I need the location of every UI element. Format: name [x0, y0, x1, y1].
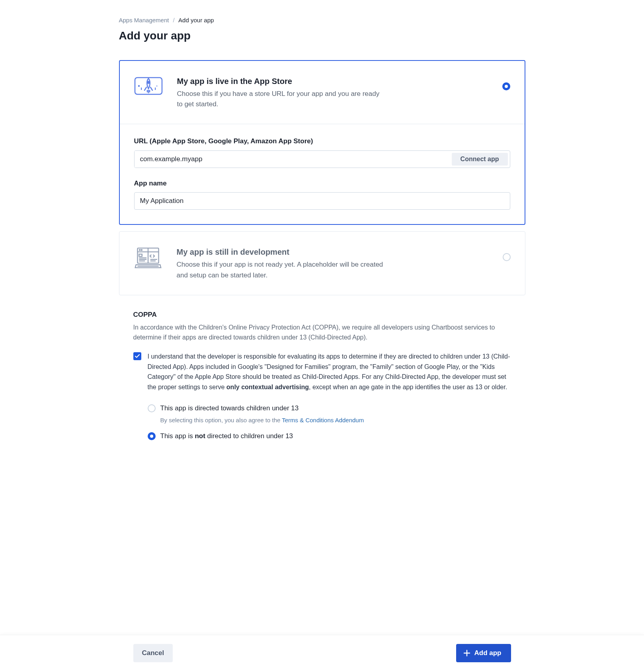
- option-desc-live: Choose this if you have a store URL for …: [177, 89, 384, 110]
- coppa-radio-not-label: This app is not directed to children und…: [160, 431, 293, 441]
- svg-rect-13: [139, 254, 142, 257]
- breadcrumb-separator: /: [173, 17, 175, 23]
- option-radio-live[interactable]: [502, 82, 510, 90]
- svg-point-2: [138, 85, 139, 86]
- coppa-intro: In accordance with the Children's Online…: [133, 323, 511, 343]
- svg-rect-3: [141, 88, 142, 90]
- option-card-dev[interactable]: My app is still in development Choose th…: [119, 231, 525, 295]
- svg-point-1: [147, 81, 149, 83]
- url-input[interactable]: [135, 151, 450, 168]
- option-card-live[interactable]: My app is live in the App Store Choose t…: [119, 60, 525, 225]
- rocket-icon: [134, 75, 163, 95]
- svg-rect-4: [155, 88, 156, 90]
- url-label: URL (Apple App Store, Google Play, Amazo…: [134, 136, 510, 146]
- svg-rect-5: [156, 86, 157, 86]
- option-header-live[interactable]: My app is live in the App Store Choose t…: [120, 61, 525, 125]
- app-name-label: App name: [134, 178, 510, 189]
- connect-app-button[interactable]: Connect app: [452, 153, 508, 166]
- coppa-section: COPPA In accordance with the Children's …: [119, 310, 525, 441]
- option-desc-dev: Choose this if your app is not ready yet…: [177, 259, 384, 281]
- svg-point-9: [139, 250, 140, 250]
- option-title-live: My app is live in the App Store: [177, 75, 476, 87]
- page-title: Add your app: [119, 27, 525, 44]
- option-header-dev[interactable]: My app is still in development Choose th…: [119, 232, 525, 295]
- coppa-radio-directed[interactable]: This app is directed towards children un…: [148, 403, 511, 414]
- coppa-radio-not-directed[interactable]: This app is not directed to children und…: [148, 431, 511, 441]
- coppa-radio-directed-label: This app is directed towards children un…: [160, 403, 299, 414]
- terms-addendum-link[interactable]: Terms & Conditions Addendum: [282, 417, 364, 423]
- option-title-dev: My app is still in development: [177, 246, 476, 258]
- coppa-ack-text: I understand that the developer is respo…: [148, 351, 511, 392]
- option-radio-dev[interactable]: [503, 253, 511, 261]
- app-name-input[interactable]: [134, 192, 510, 210]
- coppa-radio-directed-sub: By selecting this option, you also agree…: [160, 416, 511, 425]
- coppa-title: COPPA: [133, 310, 511, 320]
- laptop-code-icon: [134, 246, 162, 271]
- check-icon: [135, 354, 140, 358]
- breadcrumb-parent[interactable]: Apps Management: [119, 17, 169, 23]
- breadcrumb-current: Add your app: [178, 17, 214, 23]
- svg-point-10: [141, 250, 142, 250]
- coppa-ack-checkbox[interactable]: [133, 352, 141, 360]
- breadcrumb: Apps Management / Add your app: [119, 16, 525, 25]
